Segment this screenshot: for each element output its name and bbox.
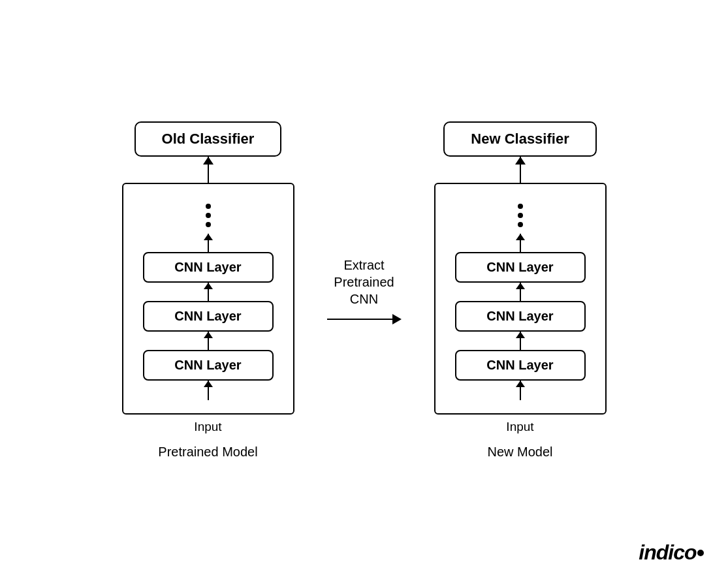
left-layers-wrapper: CNN Layer CNN Layer CNN Layer — [143, 197, 274, 400]
dot-2 — [206, 213, 211, 218]
left-arrow-mid — [208, 283, 209, 301]
old-classifier-box: Old Classifier — [135, 121, 282, 157]
arrow-label: Extract Pretrained CNN — [334, 257, 394, 307]
right-dot-3 — [518, 222, 523, 227]
dot-1 — [206, 204, 211, 209]
right-arrow-mid — [520, 283, 521, 301]
right-arrow-bottom — [520, 332, 521, 350]
right-input-label: Input — [506, 420, 533, 434]
new-classifier-label: New Classifier — [471, 131, 569, 147]
left-dots — [206, 204, 211, 227]
indico-logo: indico — [639, 541, 703, 565]
left-cnn-layer-1: CNN Layer — [143, 350, 274, 381]
right-cnn-layer-3: CNN Layer — [455, 252, 586, 283]
horizontal-arrow — [327, 314, 402, 324]
left-cnn-layer-3: CNN Layer — [143, 252, 274, 283]
right-dot-2 — [518, 213, 523, 218]
left-model-label: Pretrained Model — [158, 445, 257, 460]
middle-arrow-section: Extract Pretrained CNN — [327, 257, 402, 324]
new-classifier-box: New Classifier — [443, 121, 596, 157]
right-layers-wrapper: CNN Layer CNN Layer CNN Layer — [455, 197, 586, 400]
top-arrow-left — [208, 157, 209, 183]
indico-logo-dot — [697, 550, 704, 556]
right-dots — [518, 204, 523, 227]
left-input-label: Input — [194, 420, 221, 434]
right-cnn-layer-2: CNN Layer — [455, 301, 586, 332]
right-model-label: New Model — [487, 445, 552, 460]
right-cnn-layer-1: CNN Layer — [455, 350, 586, 381]
left-arrow-top — [208, 234, 209, 252]
left-arrow-bottom — [208, 332, 209, 350]
horiz-line — [327, 319, 392, 320]
left-input-arrow — [208, 381, 209, 400]
top-arrow-right — [520, 157, 521, 183]
dot-3 — [206, 222, 211, 227]
pretrained-model-section: Old Classifier CNN Layer — [122, 121, 294, 460]
old-classifier-label: Old Classifier — [162, 131, 255, 147]
right-arrow-top — [520, 234, 521, 252]
left-cnn-layer-2: CNN Layer — [143, 301, 274, 332]
left-outer-box: CNN Layer CNN Layer CNN Layer — [122, 183, 294, 415]
new-model-section: New Classifier CNN Layer — [434, 121, 607, 460]
right-outer-box: CNN Layer CNN Layer CNN Layer — [434, 183, 607, 415]
diagram-container: Old Classifier CNN Layer — [5, 10, 723, 571]
right-input-arrow — [520, 381, 521, 400]
right-dot-1 — [518, 204, 523, 209]
